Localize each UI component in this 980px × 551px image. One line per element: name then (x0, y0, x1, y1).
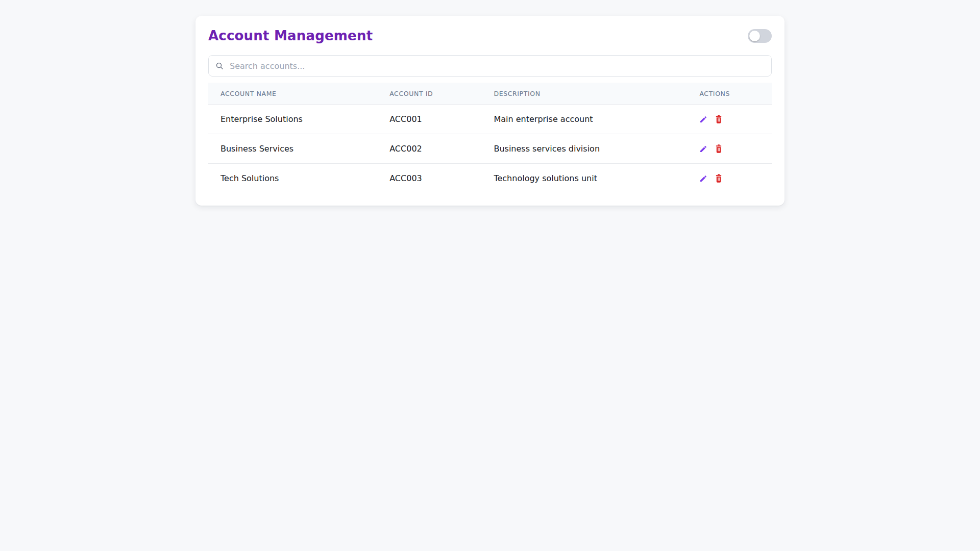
edit-button[interactable] (699, 145, 707, 153)
account-id-cell: ACC003 (377, 164, 481, 193)
search-box[interactable] (208, 55, 772, 77)
edit-button[interactable] (699, 174, 707, 183)
actions-cell (699, 115, 760, 123)
actions-cell (699, 174, 760, 183)
trash-icon (715, 174, 723, 183)
table-row: Enterprise Solutions ACC001 Main enterpr… (208, 105, 772, 134)
delete-button[interactable] (715, 144, 723, 153)
column-header-description: Description (481, 83, 687, 105)
column-header-account-id: Account ID (377, 83, 481, 105)
delete-button[interactable] (715, 115, 723, 123)
search-input[interactable] (229, 61, 765, 71)
theme-toggle[interactable] (748, 29, 772, 43)
account-name-cell: Enterprise Solutions (208, 105, 377, 134)
account-name-cell: Business Services (208, 134, 377, 164)
toggle-knob-icon (749, 31, 760, 41)
account-id-cell: ACC001 (377, 105, 481, 134)
description-cell: Main enterprise account (481, 105, 687, 134)
column-header-account-name: Account Name (208, 83, 377, 105)
account-management-card: Account Management Account Name Account … (195, 16, 785, 206)
description-cell: Business services division (481, 134, 687, 164)
trash-icon (715, 144, 723, 153)
column-header-actions: Actions (687, 83, 772, 105)
pencil-icon (699, 145, 707, 153)
page-title: Account Management (208, 28, 373, 43)
trash-icon (715, 115, 723, 123)
account-name-cell: Tech Solutions (208, 164, 377, 193)
table-header-row: Account Name Account ID Description Acti… (208, 83, 772, 105)
accounts-table: Account Name Account ID Description Acti… (208, 83, 772, 193)
delete-button[interactable] (715, 174, 723, 183)
actions-cell (699, 144, 760, 153)
account-id-cell: ACC002 (377, 134, 481, 164)
edit-button[interactable] (699, 115, 707, 123)
description-cell: Technology solutions unit (481, 164, 687, 193)
table-row: Tech Solutions ACC003 Technology solutio… (208, 164, 772, 193)
pencil-icon (699, 174, 707, 183)
table-row: Business Services ACC002 Business servic… (208, 134, 772, 164)
pencil-icon (699, 115, 707, 123)
search-icon (215, 62, 224, 70)
card-header: Account Management (208, 28, 772, 43)
